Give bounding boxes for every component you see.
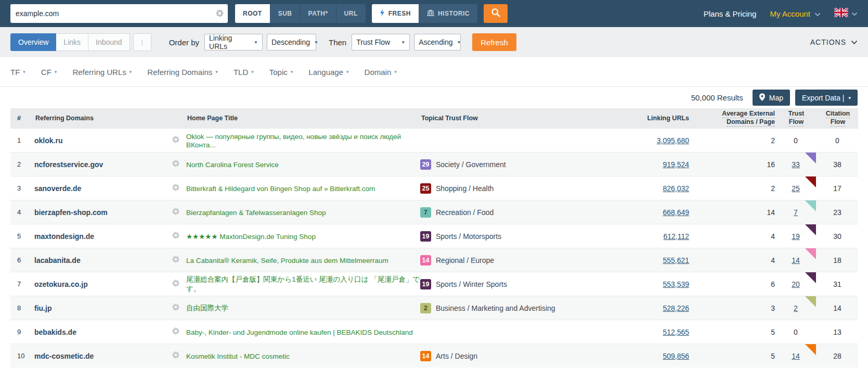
actions-menu[interactable]: ACTIONS [810,38,858,46]
referring-domain-link[interactable]: fiu.jp [34,304,51,312]
map-button[interactable]: Map [753,90,790,106]
table-row: 2 ncforestservice.gov North Carolina For… [10,152,858,176]
referring-domain-link[interactable]: ozetokura.co.jp [34,280,88,288]
linking-urls-link[interactable]: 553,539 [663,280,689,288]
trust-flow-value[interactable]: 14 [792,352,800,360]
linking-urls-link[interactable]: 528,226 [663,304,689,312]
referring-domain-link[interactable]: bebakids.de [34,328,76,336]
avg-external-value: 5 [689,328,775,336]
order-field-value: Linking URLs [209,34,250,51]
url-button[interactable]: URL [336,4,366,23]
home-page-title-link[interactable]: North Carolina Forest Service [186,161,279,169]
row-settings-gear-icon[interactable] [165,232,186,241]
referring-domain-link[interactable]: bierzapfen-shop.com [34,208,108,217]
referring-domain-link[interactable]: lacabanita.de [34,256,81,264]
filter-topic[interactable]: Topic▾ [269,68,293,77]
referring-domain-link[interactable]: mdc-cosmetic.de [34,352,94,360]
trust-flow-value[interactable]: 25 [792,184,800,193]
filter-language[interactable]: Language▾ [308,68,348,77]
linking-urls-link[interactable]: 509,856 [663,352,689,360]
tabs-more-button[interactable]: ⋮ [133,33,151,51]
row-settings-gear-icon[interactable] [165,280,186,288]
export-data-label: Export Data | [802,94,844,102]
filter-tf[interactable]: TF▾ [10,68,25,77]
home-page-title-link[interactable]: Kosmetik Institut - MDC cosmetic [186,352,290,360]
path-button[interactable]: PATH* [300,4,336,23]
avg-external-value: 2 [689,184,775,193]
trust-flow-value[interactable]: 0 [794,328,798,336]
linking-urls-link[interactable]: 512,565 [663,328,689,336]
home-page-title-link[interactable]: Baby-, Kinder- und Jugendmode online kau… [186,329,413,336]
then-direction-select[interactable]: Ascending ▼ [414,34,461,51]
trust-flow-value[interactable]: 19 [792,232,800,241]
referring-domain-link[interactable]: ncforestservice.gov [34,160,103,169]
order-by-label: Order by [169,38,199,47]
trust-flow-value[interactable]: 14 [792,256,800,264]
trust-flow-value[interactable]: 33 [792,160,800,169]
table-row: 4 bierzapfen-shop.com Bierzapfanlagen & … [10,200,858,224]
historic-button[interactable]: HISTORIC [419,4,477,23]
search-settings-icon[interactable] [216,9,224,19]
row-settings-gear-icon[interactable] [165,136,186,145]
order-field-select[interactable]: Linking URLs ▼ [204,34,263,51]
filter-tld[interactable]: TLD▾ [234,68,254,77]
my-account-link[interactable]: My Account [770,9,821,18]
header-home-page-title: Home Page Title [186,115,420,122]
row-settings-gear-icon[interactable] [165,351,186,360]
home-page-title-link[interactable]: Bitterkraft & Hildegard von Bingen Shop … [186,185,375,193]
home-page-title-link[interactable]: ★★★★★ MaxtonDesign.de Tuning Shop [186,233,316,241]
plans-pricing-link[interactable]: Plans & Pricing [704,9,757,18]
trust-flow-value[interactable]: 0 [794,136,798,145]
home-page-title-link[interactable]: Oklok — популярные группы, видео, новые … [186,133,401,149]
row-settings-gear-icon[interactable] [165,160,186,169]
search-input[interactable] [10,4,228,23]
trust-flow-value[interactable]: 2 [794,304,798,312]
linking-urls-link[interactable]: 826,032 [663,184,689,193]
my-account-label: My Account [770,9,810,18]
linking-urls-link[interactable]: 3,095,680 [657,136,689,145]
linking-urls-link[interactable]: 668,649 [663,208,689,217]
trust-flow-value[interactable]: 7 [794,208,798,217]
row-index: 3 [10,184,34,192]
row-index: 2 [10,160,34,168]
referring-domain-link[interactable]: maxtondesign.de [34,232,94,241]
filter-referring-domains[interactable]: Referring Domains▾ [147,68,218,77]
bank-icon [427,9,434,18]
referring-domain-link[interactable]: sanoverde.de [34,184,81,193]
filter-label: Topic [269,68,288,77]
tab-inbound[interactable]: Inbound [88,33,130,51]
fresh-label: FRESH [388,10,411,17]
tab-links[interactable]: Links [56,33,88,51]
linking-urls-link[interactable]: 555,621 [663,256,689,264]
root-button[interactable]: ROOT [235,4,270,23]
row-settings-gear-icon[interactable] [165,208,186,217]
filter-domain[interactable]: Domain▾ [365,68,397,77]
search-button[interactable] [484,4,508,23]
home-page-title-link[interactable]: 自由国際大学 [186,304,228,312]
filter-cf[interactable]: CF▾ [41,68,57,77]
row-settings-gear-icon[interactable] [165,327,186,336]
home-page-title-link[interactable]: La Cabanita® Keramik, Seife, Produkte au… [186,257,388,264]
order-direction-select[interactable]: Descending ▼ [267,34,316,51]
uk-flag-icon [834,8,848,19]
filter-referring-urls[interactable]: Referring URLs▾ [72,68,132,77]
row-settings-gear-icon[interactable] [165,256,186,264]
fresh-button[interactable]: FRESH [372,4,419,23]
export-data-button[interactable]: Export Data | ▾ [795,90,858,106]
linking-urls-link[interactable]: 919,524 [663,160,689,169]
citation-flow-value: 38 [817,160,858,169]
home-page-title-link[interactable]: 尾瀬総合案内【戸倉版】関東から1番近い 尾瀬の入り口は 「尾瀬戸倉」です。 [186,275,420,293]
language-selector[interactable] [834,8,858,19]
refresh-button[interactable]: Refresh [472,33,516,51]
linking-urls-link[interactable]: 612,112 [663,232,689,241]
row-settings-gear-icon[interactable] [165,304,186,312]
tab-overview[interactable]: Overview [10,33,56,51]
sub-button[interactable]: SUB [270,4,300,23]
home-page-title-link[interactable]: Bierzapfanlagen & Tafelwasseranlagen Sho… [186,209,326,217]
filter-arrow-icon: ▾ [291,69,293,74]
row-settings-gear-icon[interactable] [165,184,186,193]
trust-flow-value[interactable]: 20 [792,280,800,288]
then-field-select[interactable]: Trust Flow ▼ [352,34,410,51]
topic-corner-triangle [805,248,816,259]
referring-domain-link[interactable]: oklok.ru [34,136,62,145]
